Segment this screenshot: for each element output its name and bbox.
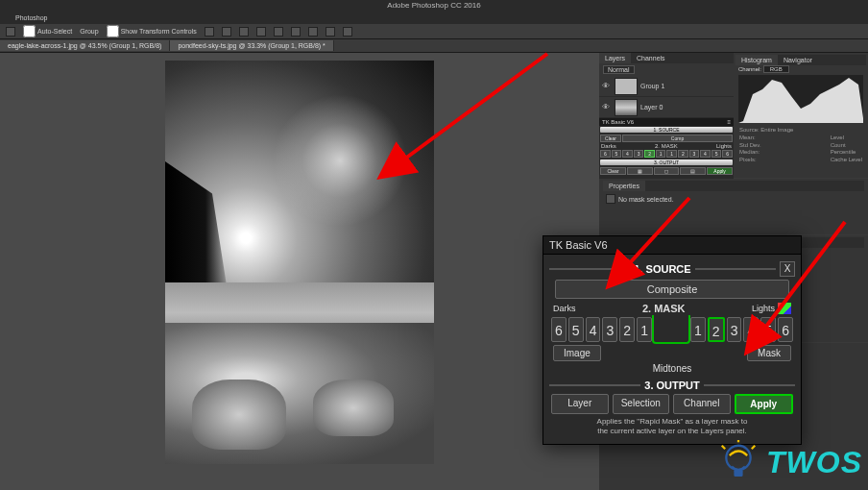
align-left-icon[interactable] xyxy=(205,27,214,37)
tk-mini-num[interactable]: 5 xyxy=(711,150,722,158)
tk-mini-layer-icon[interactable]: ▦ xyxy=(627,167,653,175)
hist-cache: Cache Level xyxy=(831,157,862,164)
show-transform-label: Show Transform Controls xyxy=(121,28,197,35)
channels-tab[interactable]: Channels xyxy=(631,53,671,63)
show-transform-checkbox[interactable] xyxy=(107,25,119,37)
tk-dark-4[interactable]: 4 xyxy=(586,317,601,342)
blend-mode-dropdown[interactable]: Normal xyxy=(603,65,635,74)
histogram-graph xyxy=(738,75,863,123)
tk-mini-num[interactable]: 2 xyxy=(678,150,688,158)
tk-mini-clear-btn[interactable]: Clear xyxy=(600,167,626,175)
layers-tab[interactable]: Layers xyxy=(599,53,631,63)
tk-light-2[interactable]: 2 xyxy=(708,317,725,342)
watermark-text: TWOS xyxy=(766,445,862,480)
tk-output-header: 3. OUTPUT xyxy=(644,380,699,391)
distribute-icon[interactable] xyxy=(308,27,318,37)
tk-mini-num[interactable]: 1 xyxy=(666,150,677,158)
hist-source-value[interactable]: Entire Image xyxy=(760,127,793,133)
histogram-tab[interactable]: Histogram xyxy=(735,55,778,65)
tk-dark-1[interactable]: 1 xyxy=(637,317,652,342)
hist-channel-label: Channel: xyxy=(738,66,761,72)
hist-channel-value[interactable]: RGB xyxy=(763,65,789,73)
tk-mini-selection-icon[interactable]: ◻ xyxy=(654,167,680,175)
tk-mini-title: TK Basic V6 xyxy=(602,119,634,125)
tk-mini-clear[interactable]: Clear xyxy=(600,135,621,142)
tk-dark-3[interactable]: 3 xyxy=(602,317,617,342)
tk-selection-button[interactable]: Selection xyxy=(613,394,670,414)
tk-mini-num[interactable]: 4 xyxy=(622,150,633,158)
tk-mini-num[interactable]: 2 xyxy=(644,150,655,158)
svg-point-3 xyxy=(726,446,750,470)
hist-std: Std Dev. xyxy=(739,142,761,150)
histogram-panel: Histogram Navigator Channel: RGB Source:… xyxy=(734,53,868,178)
tk-mini-channel-icon[interactable]: ▤ xyxy=(680,167,706,175)
tk-mini-num[interactable]: 4 xyxy=(700,150,711,158)
visibility-eye-icon[interactable]: 👁 xyxy=(602,103,612,112)
app-title: Adobe Photoshop CC 2016 xyxy=(0,0,868,11)
distribute-icon-2[interactable] xyxy=(326,27,335,37)
svg-rect-4 xyxy=(734,470,742,477)
auto-select-target[interactable]: Group xyxy=(80,28,98,35)
options-bar: Auto-Select Group Show Transform Control… xyxy=(0,24,868,39)
lightbulb-icon xyxy=(716,440,760,484)
move-tool-icon[interactable] xyxy=(6,27,15,37)
tk-dark-2[interactable]: 2 xyxy=(619,317,635,342)
hist-pixels: Pixels: xyxy=(739,157,761,164)
layer-thumbnail[interactable] xyxy=(615,99,638,116)
layer-row[interactable]: 👁 Group 1 xyxy=(599,76,734,97)
tk-mini-num-row: 6 5 4 3 2 1 1 2 3 4 5 6 xyxy=(599,149,734,159)
layer-name[interactable]: Group 1 xyxy=(640,83,664,89)
layer-thumbnail[interactable] xyxy=(615,78,638,95)
align-center-icon[interactable] xyxy=(222,27,231,37)
tk-mini-apply[interactable]: Apply xyxy=(707,167,733,175)
document-tab[interactable]: eagle-lake-across-1.jpg @ 43.5% (Group 1… xyxy=(0,40,170,51)
document-tab[interactable]: pondfeed-sky-ts.jpg @ 33.3% (Group 1, RG… xyxy=(170,40,333,51)
tk-light-1[interactable]: 1 xyxy=(690,317,706,342)
layer-name[interactable]: Layer 0 xyxy=(640,104,663,110)
svg-line-7 xyxy=(752,446,755,449)
tk-midtone-bracket-icon xyxy=(652,315,690,344)
properties-tab[interactable]: Properties xyxy=(603,181,645,191)
align-middle-icon[interactable] xyxy=(274,27,283,37)
align-right-icon[interactable] xyxy=(239,27,249,37)
align-top-icon[interactable] xyxy=(256,27,266,37)
annotation-arrow xyxy=(384,48,557,177)
tk-mini-num[interactable]: 5 xyxy=(612,150,622,158)
layer-row[interactable]: 👁 Layer 0 xyxy=(599,97,734,118)
tk-mini-output-label: 3. OUTPUT xyxy=(600,159,733,165)
tk-darks-label: Darks xyxy=(553,304,576,313)
tk-light-3[interactable]: 3 xyxy=(727,317,742,342)
tk-mini-source-label: 1. SOURCE xyxy=(600,127,733,133)
tk-mask-button[interactable]: Mask xyxy=(747,345,791,361)
tk-dark-6[interactable]: 6 xyxy=(551,317,567,342)
hist-level: Level xyxy=(831,135,862,142)
tk-mini-menu-icon[interactable]: ≡ xyxy=(727,119,731,125)
visibility-eye-icon[interactable]: 👁 xyxy=(602,82,612,91)
tk-channel-button[interactable]: Channel xyxy=(673,394,731,414)
hist-count: Count xyxy=(831,142,862,150)
watermark: TWOS xyxy=(716,440,862,484)
auto-select-checkbox[interactable] xyxy=(23,25,36,37)
auto-select-label: Auto-Select xyxy=(37,28,72,35)
align-bottom-icon[interactable] xyxy=(291,27,301,37)
tk-apply-button[interactable]: Apply xyxy=(735,394,794,414)
menubar: Photoshop xyxy=(0,11,868,24)
tk-mini-num[interactable]: 3 xyxy=(634,150,644,158)
tk-mini-num[interactable]: 6 xyxy=(600,150,611,158)
svg-line-0 xyxy=(401,54,547,161)
tk-mini-num[interactable]: 1 xyxy=(656,150,666,158)
navigator-tab[interactable]: Navigator xyxy=(778,55,818,65)
mode-icon[interactable] xyxy=(343,27,352,37)
tk-image-button[interactable]: Image xyxy=(553,345,601,361)
annotation-arrow xyxy=(749,216,855,345)
tk-mini-comp[interactable]: Comp xyxy=(622,135,733,142)
tk-dark-5[interactable]: 5 xyxy=(568,317,584,342)
app-menu[interactable]: Photoshop xyxy=(15,14,47,21)
tk-layer-button[interactable]: Layer xyxy=(551,394,609,414)
tk-mini-num[interactable]: 6 xyxy=(722,150,733,158)
layers-panel: Layers Channels Normal 👁 Group 1 👁 Layer… xyxy=(599,53,734,178)
hist-mean: Mean: xyxy=(739,135,761,142)
tk-mini-mask-label: 2. MASK xyxy=(655,143,678,149)
svg-line-2 xyxy=(762,222,845,331)
tk-mini-num[interactable]: 3 xyxy=(689,150,700,158)
